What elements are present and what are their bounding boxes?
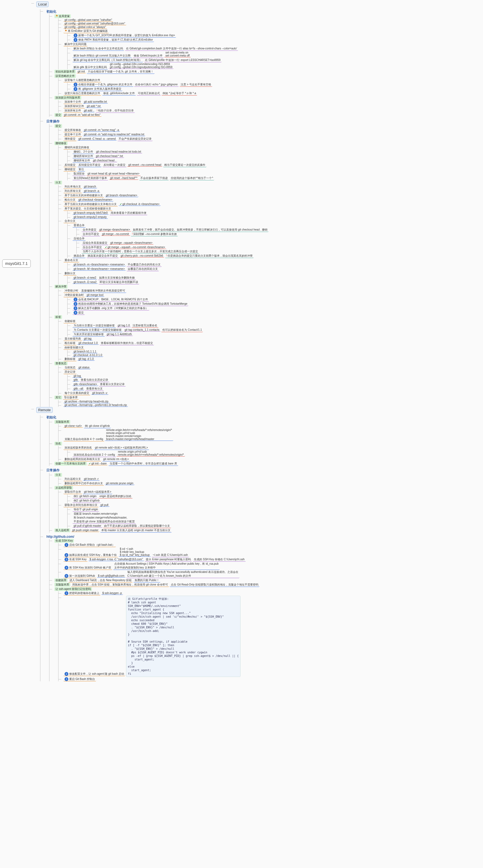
conf-s2: 2然后自动调用冲突解决工具，比较神奇的是居然装了 TortoiseSVN 就会调…	[72, 302, 188, 306]
tag-del-r: git tag -d 1.0	[78, 358, 95, 361]
undo-p12: 撤销1、2个文件	[72, 150, 94, 154]
r-bare: 创建一个无本地分支的库	[54, 462, 87, 466]
commit-amend-n: 不会产生新的提交历史记录	[118, 137, 153, 141]
ag-s1: 1把密码加密储存在硬盘上	[63, 591, 100, 595]
github: http://github.com/	[45, 535, 75, 538]
commit-all: 提交所有修改	[63, 128, 82, 132]
reset-soft-r: git reset head 或 git reset head <filenam…	[87, 172, 141, 176]
conf-s1: 1会生成 BACKUP、BASE、LOCAL 和 REMOTE 四个文件	[72, 298, 149, 302]
ms-b-n: 当两个人合作开发一个新功能时，需要在一个分支上提交多次，开发完成之后再压合成一次…	[82, 250, 199, 254]
mp-l: 挑选某次提交合并不提交	[87, 254, 119, 258]
r-clone: 克隆版本库	[54, 420, 70, 424]
cn-ls: 解决 bash 控制台 ls 命令中文文件名乱码	[72, 46, 124, 51]
del-a-r: 如果分支没有被合并删除失败	[98, 276, 136, 280]
st-gitk-all-r: 查看所有分支	[85, 387, 104, 391]
cn-ls-fix: 在 Git\etc\git-completion.bash 文件中追加一行 al…	[125, 46, 238, 51]
cfg-name: git config --global user.name "zahuifan"	[63, 19, 113, 22]
add-files: 添加新文件到版本库	[54, 96, 81, 100]
undo-reset-sub: 复位	[78, 167, 85, 172]
mn-a: 合并并提交	[82, 228, 97, 232]
ssh-s5-r: $ ssh git@github.com	[97, 574, 125, 578]
st-hist: 历史记录	[63, 370, 77, 374]
ssh-s5-n: 输入密码后如果能看到类似包含 You've successfully authe…	[126, 570, 239, 578]
ssh-s3-r: $ ssh-keygen -t rsa -C "zahuifan@163.com…	[88, 558, 144, 561]
rf-only: 获取但不合并	[63, 490, 82, 494]
other-a: git archive --format=zip head>nb.zip	[63, 400, 110, 403]
ignore-all-s1: 1在根目录新建一个名为 .gitignore 的文本文件	[72, 83, 133, 87]
init-newrepo: 初始化新版本库	[54, 70, 76, 73]
st-cur: 当前状态	[63, 366, 77, 370]
add-all-n: !包括子目录，但不包括空目录	[96, 109, 135, 113]
ssh-s3-n1: 提示 Enter passphrase 时要输入密码	[145, 558, 192, 562]
commit-one-r: git commit -m "add msg to readme.txt" re…	[83, 133, 145, 136]
rd-push: 推入远程库	[54, 528, 70, 532]
rf-pull-d: git pull d:\git\nb master	[72, 524, 102, 528]
emeditor-s1: 1新增一个名为 GIT_EDITOR 的系统环境变量，设置它的值为 EmEdit…	[72, 33, 176, 38]
al-del-r: git remote rm <别名>	[102, 457, 130, 461]
br-del: 删除分支	[63, 272, 77, 276]
tag-tob-b: git checkout -b b1.0 1.0	[72, 353, 103, 357]
commit-one: 提交单个文件	[63, 132, 82, 137]
undo-revert-l: 反转提交但不提交	[78, 163, 101, 167]
st-log: git log	[72, 374, 82, 378]
tag-new-c: 为某次历史提交创建标签	[72, 333, 105, 337]
rf-pull-dr: 由于不是从默认远程库获取，所以要指定获取哪个分支	[103, 524, 171, 528]
st-gitk: gitk	[72, 378, 79, 381]
conf-s4: 4提交	[72, 311, 85, 315]
reset-hard-n1: 不会在版本库留下痕迹	[139, 176, 169, 180]
add-txt: 添加所有txt文件	[63, 104, 85, 108]
gh-agent: 让 ssh-agent 替我们记住密码	[54, 587, 92, 591]
undo-reset: 撤销提交	[63, 167, 77, 172]
mn-b-n: !深刻理解 --no-commit 参数并未生效	[131, 232, 178, 236]
rd-br-a: 列出远程分支	[63, 477, 82, 481]
commit-amend: 增补提交	[63, 137, 77, 141]
br-merge: 合并分支	[63, 219, 77, 223]
ssh-s4: 4将 SSH Key 添加到 GitHub 账户里	[63, 566, 112, 570]
rf-pull-c: 需配置 branch.master.remote=origin 和 branch…	[72, 512, 136, 524]
undo-ptxt: 撤销所有txt文件	[72, 154, 94, 158]
conf-few-r: 直接编辑有冲突的文件然后提交即可	[80, 289, 126, 293]
ren-b-r: 会覆盖已存在的同名分支	[127, 267, 159, 271]
cn-gitk-fix: git config --global i18n.commitencoding …	[109, 63, 174, 69]
ssh-s2-n: ~/.ssh 就是 C:\Users\jch\.ssh	[152, 553, 189, 557]
ssh-s3: 3生成 SSH Key	[63, 558, 88, 562]
ignore-self: 设置只有自己需要忽略的文件	[63, 91, 101, 96]
d-status: 查看状态	[54, 362, 67, 365]
tag-co-r: git checkout 1.0	[78, 341, 99, 345]
br-newfrom: 基于某次提交、分支或标签创建新分支	[63, 207, 112, 211]
rd-push-cmd: git push origin master	[71, 529, 100, 532]
init-note: 只会在根目录下创建一个名为 .git 文件夹，非常清爽！	[87, 70, 155, 74]
init-cmd: git init	[77, 70, 86, 73]
ms-a: 压缩合并后直接提交	[82, 241, 109, 245]
tag-new-a: 为当前分支最近一次提交创建标签	[72, 324, 116, 328]
undo-pall-r: git checkout head .	[92, 159, 117, 162]
ignore-self-n: 可使用正则表达式	[137, 91, 161, 96]
gh-newrepo-l: 进入 Dashboard Tab页，点击 New Repository 按钮	[68, 579, 133, 583]
reset-hard-r: git reset --hard head^^	[109, 177, 139, 180]
init-commit-cmd: git commit -m "add all txt files"	[63, 113, 101, 117]
init-commit: 提交	[54, 113, 62, 117]
emeditor-s2: 2修改 PATH 系统环境变量，追加 F:\工具箱\文档工具\EmEditor	[72, 38, 154, 42]
rd-push-n: 本地 master 分支推入远程 origin 的 master 不是当前分支	[100, 528, 172, 532]
mp-n: !但是挑选合并的提交只要此分支前两个版本，就会出现莫名其妙的冲突	[165, 254, 254, 258]
ren-a: git branch -m <branchname> <newname>	[72, 263, 126, 266]
undo-pall: 撤销所有文件	[72, 159, 91, 163]
remote-node: Remote	[36, 407, 53, 413]
undo-revert-n: 相当于提交最近一次提交的反操作	[163, 163, 207, 167]
del-a: git branch -d new2	[72, 276, 97, 279]
ssh-s1: 1启动 Git Bash 控制台（git bash.bat）	[63, 543, 116, 547]
ren-a-r: 不会覆盖已存在的同名分支	[127, 263, 162, 267]
ms-b: 压合合并不提交	[82, 245, 103, 250]
commit-all-r: git commit -m "some msg" -a	[83, 128, 120, 132]
tag-tob-a: git branch b1.1 1.1	[72, 350, 97, 353]
cfg-email: git config --global user.email "zahuifan…	[63, 22, 126, 25]
add-all: 添加所有文件	[63, 109, 82, 113]
mn-a-r: git merge <branchname>	[98, 228, 131, 231]
rd-branch: 分支	[54, 473, 62, 477]
reset-hard: 复位到head之前的那个版本	[72, 176, 108, 180]
al-add-r: git remote add <别名> <远程版本库的URL>	[94, 446, 149, 450]
merge-squash: 压缩合并	[72, 237, 86, 241]
ignore-all-s2: 2将 .gitignore 文件加入版本库并提交	[72, 87, 122, 91]
local-node: Local	[36, 1, 49, 7]
ms-a-r: git merge --squash <branchname>	[109, 241, 153, 245]
